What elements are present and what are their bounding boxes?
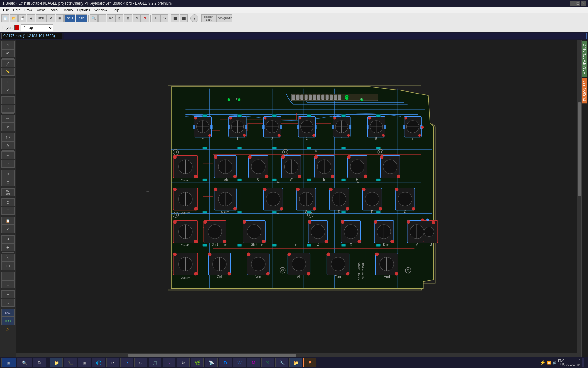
plus-button[interactable]: +	[1, 290, 15, 298]
brd-button[interactable]: BRD	[76, 14, 87, 22]
skype-button[interactable]: 📞	[64, 358, 77, 367]
cut-button[interactable]: ✕	[141, 14, 149, 22]
check-button[interactable]: ✓	[1, 225, 15, 233]
rect-button[interactable]: □	[1, 272, 15, 280]
menu-item-window[interactable]: Window	[92, 7, 109, 13]
open-button[interactable]: 📂	[10, 14, 18, 22]
new-button[interactable]: 📄	[1, 14, 9, 22]
canvas-area[interactable]: ~ 1	[16, 40, 577, 353]
show-desktop-button[interactable]	[582, 358, 584, 367]
fusion360-tab[interactable]: FUSION 360	[582, 78, 587, 103]
chrome-button[interactable]: 🌐	[92, 358, 105, 367]
sch-button[interactable]: SCH	[64, 14, 75, 22]
file-explorer-button[interactable]: 📁	[50, 358, 63, 367]
drc-button[interactable]: DRC	[1, 317, 15, 325]
angle-button[interactable]: ∠	[1, 86, 15, 94]
arc-button[interactable]: ⌒	[1, 96, 15, 104]
script-button[interactable]: S	[1, 235, 15, 243]
manufacturing-tab[interactable]: MANUFACTURING	[582, 41, 587, 77]
start-button[interactable]: ⊞	[1, 358, 16, 367]
plus2-button[interactable]: ⊕	[1, 299, 15, 307]
maximize-button[interactable]: ☐	[575, 1, 580, 6]
pcb-quote-button[interactable]: PCB QUOTE	[217, 14, 232, 22]
layer-select[interactable]: 1 Top 2 Route2 15 Route15 16 Bottom 17 P…	[21, 24, 53, 31]
dbeaver-button[interactable]: D	[219, 358, 232, 367]
erc-button[interactable]: ERC	[1, 309, 15, 317]
info-button[interactable]: ℹ	[1, 41, 15, 49]
redo-button[interactable]: ↪	[160, 14, 168, 22]
copy-button[interactable]: ⊕	[1, 170, 15, 178]
board-button[interactable]: 📋	[1, 217, 15, 225]
pen-button[interactable]: ✏	[1, 115, 15, 123]
menu-item-options[interactable]: Options	[76, 7, 92, 13]
print-button[interactable]: 🖨	[27, 14, 35, 22]
hscroll-thumb[interactable]	[128, 354, 296, 357]
text-button[interactable]: A	[1, 141, 15, 149]
app6-button[interactable]: 🔧	[275, 358, 288, 367]
edge-button[interactable]: e	[120, 358, 133, 367]
split-button[interactable]: ✂	[1, 151, 15, 159]
titlebar-controls: — ☐ ✕	[570, 1, 586, 6]
help-button[interactable]: ?	[190, 14, 198, 22]
circle-button[interactable]: ◯	[1, 133, 15, 141]
onenote-button[interactable]: N	[163, 358, 175, 367]
office-button[interactable]: ⊞	[78, 358, 91, 367]
zoom-refresh-button[interactable]: ↻	[133, 14, 141, 22]
comp-button[interactable]: ⊡	[1, 207, 15, 215]
join-button[interactable]: ↔	[1, 160, 15, 168]
search-button[interactable]: 🔍	[17, 358, 32, 367]
cam-button[interactable]: ⚙	[47, 14, 55, 22]
app5-button[interactable]: M	[247, 358, 260, 367]
app1-button[interactable]: ⊙	[134, 358, 147, 367]
stop2-button[interactable]: ⬛	[180, 14, 188, 22]
wire-button[interactable]: ╱	[1, 59, 15, 67]
winamp-button[interactable]: 🎵	[149, 358, 161, 367]
zoom-in-button[interactable]: 🔍	[90, 14, 98, 22]
menu-item-library[interactable]: Library	[60, 7, 75, 13]
line-button[interactable]: ╲	[1, 254, 15, 262]
eye-button[interactable]: 👁	[1, 49, 15, 57]
layout-button[interactable]: ⊞	[56, 14, 64, 22]
menu-item-tools[interactable]: Tools	[47, 7, 59, 13]
excel-button[interactable]: X	[261, 358, 274, 367]
zoom-100-button[interactable]: 100	[107, 14, 115, 22]
undo-button[interactable]: ↩	[152, 14, 160, 22]
coord-input[interactable]	[64, 33, 587, 39]
move-button[interactable]: ✛	[1, 78, 15, 86]
task-view-button[interactable]: ⧉	[33, 358, 46, 367]
design-link-button[interactable]: DESIGN LINK	[201, 14, 217, 22]
route-button[interactable]: R210c	[1, 188, 15, 196]
menu-item-edit[interactable]: Edit	[11, 7, 21, 13]
menu-item-draw[interactable]: Draw	[22, 7, 34, 13]
close-button[interactable]: ✕	[581, 1, 586, 6]
pen2-button[interactable]: ✐	[1, 123, 15, 131]
ie-button[interactable]: e	[106, 358, 119, 367]
pdf-button[interactable]: PDF	[36, 14, 47, 22]
app3-button[interactable]: 🌿	[191, 358, 204, 367]
minimize-button[interactable]: —	[570, 1, 575, 6]
grid-button[interactable]: ⊞	[1, 178, 15, 186]
stop-button[interactable]: ⬛	[171, 14, 179, 22]
cross-button[interactable]: ✚	[1, 243, 15, 251]
hscroll-track[interactable]	[16, 353, 577, 357]
zoom-fit-button[interactable]: ⊡	[115, 14, 123, 22]
measure-button[interactable]: 📏	[1, 68, 15, 76]
stretch-button[interactable]: ↔	[1, 105, 15, 113]
word-button[interactable]: W	[233, 358, 246, 367]
zoom-area-button[interactable]: ⊞	[124, 14, 132, 22]
app2-button[interactable]: ⚙	[177, 358, 190, 367]
app4-button[interactable]: 📡	[205, 358, 218, 367]
via-button[interactable]: ⊙	[1, 198, 15, 206]
svg-text:Ctrl: Ctrl	[217, 275, 222, 278]
explorer-button[interactable]: 📂	[289, 358, 302, 367]
zoom-out-button[interactable]: −	[98, 14, 106, 22]
polygon-button[interactable]: ▭	[1, 280, 15, 288]
eagle-button[interactable]: E	[303, 358, 316, 367]
ruler-button[interactable]: ⟷	[1, 262, 15, 270]
menu-item-help[interactable]: Help	[110, 7, 121, 13]
menu-item-view[interactable]: View	[35, 7, 47, 13]
vscroll-thumb[interactable]	[578, 102, 581, 196]
menu-item-file[interactable]: File	[1, 7, 11, 13]
save-button[interactable]: 💾	[18, 14, 26, 22]
vscroll-track[interactable]	[577, 40, 581, 353]
